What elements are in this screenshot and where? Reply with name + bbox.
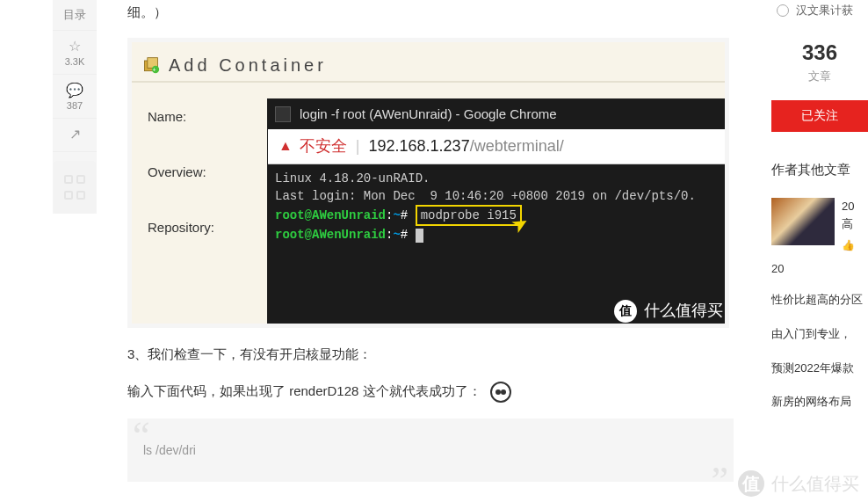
- article-count: 336: [771, 40, 868, 65]
- comments-count: 387: [53, 100, 97, 111]
- other-link-3[interactable]: 预测2022年爆款: [771, 360, 868, 378]
- insecure-text: 不安全: [300, 135, 347, 156]
- term-line-1: Linux 4.18.20-unRAID.: [275, 170, 727, 187]
- right-sidebar: 汉文果计获 336 文章 已关注 作者其他文章 20高 👍 20 性价比超高的分…: [771, 0, 868, 411]
- qr-code[interactable]: [54, 161, 96, 214]
- star-icon: ☆: [53, 38, 97, 55]
- like-icon: 👍: [842, 237, 855, 253]
- sidebar-likes[interactable]: ☆ 3.3K: [53, 31, 97, 75]
- address-path: /webterminal/: [470, 137, 564, 156]
- terminal-cursor: [416, 229, 423, 243]
- quote-close-icon: ”: [711, 458, 728, 503]
- article-main: 细。） + Add Container Name: Overview: Repo…: [127, 0, 734, 482]
- share-icon: ↗: [53, 126, 97, 142]
- page-watermark-text: 什么值得买: [771, 472, 859, 496]
- term-line-4: root@AWenUnraid:~#: [275, 226, 727, 244]
- page-watermark: 值 什么值得买: [738, 470, 859, 497]
- sidebar-toc[interactable]: 目录: [53, 0, 97, 31]
- embedded-screenshot: + Add Container Name: Overview: Reposito…: [127, 38, 729, 328]
- article-thumb: [771, 198, 835, 245]
- step3-text: 3、我们检查一下，有没有开启核显功能：: [127, 342, 734, 367]
- code-block: “ ls /dev/dri ”: [127, 418, 734, 482]
- other-article-1b[interactable]: 20: [771, 262, 868, 275]
- eyes-emoji-icon: [490, 382, 511, 403]
- quote-open-icon: “: [133, 413, 150, 458]
- address-bar[interactable]: ▲ 不安全 | 192.168.1.237/webterminal/: [268, 129, 729, 164]
- other-articles-header: 作者其他文章: [771, 162, 868, 184]
- comment-icon: 💬: [53, 82, 97, 98]
- code-text: ls /dev/dri: [143, 443, 196, 457]
- address-host: 192.168.1.237: [369, 137, 470, 156]
- other-link-4[interactable]: 新房的网络布局: [771, 393, 868, 411]
- term-line-3: root@AWenUnraid:~# modprobe i915: [275, 205, 727, 226]
- watermark-text: 什么值得买: [644, 300, 723, 323]
- insecure-icon: ▲: [278, 138, 293, 154]
- watermark-icon: 值: [614, 300, 637, 323]
- toc-label: 目录: [53, 7, 97, 23]
- article-count-label: 文章: [771, 69, 868, 84]
- screenshot-watermark: 值 什么值得买: [614, 300, 723, 323]
- add-container-title: Add Container: [169, 55, 327, 76]
- chrome-window: login -f root (AWenUnraid) - Google Chro…: [268, 99, 729, 328]
- other-link-1[interactable]: 性价比超高的分区: [771, 291, 868, 309]
- sidebar-comments[interactable]: 💬 387: [53, 75, 97, 119]
- author-stat-row: 汉文果计获: [771, 0, 868, 21]
- sidebar-share[interactable]: ↗: [53, 119, 97, 152]
- term-line-2: Last login: Mon Dec 9 10:46:20 +0800 201…: [275, 187, 727, 205]
- likes-count: 3.3K: [53, 56, 97, 67]
- svg-text:+: +: [152, 66, 158, 72]
- article-title: 20高 👍: [842, 198, 855, 253]
- step3b-text: 输入下面代码，如果出现了 renderD128 这个就代表成功了：: [127, 379, 734, 404]
- left-sidebar: 目录 ☆ 3.3K 💬 387 ↗: [53, 0, 97, 214]
- address-separator: |: [356, 137, 360, 156]
- page-watermark-icon: 值: [738, 470, 764, 497]
- stat-icon: [777, 4, 789, 17]
- other-link-2[interactable]: 由入门到专业，: [771, 325, 868, 344]
- intro-tail: 细。）: [127, 0, 734, 25]
- follow-button[interactable]: 已关注: [771, 100, 868, 132]
- chrome-titlebar: login -f root (AWenUnraid) - Google Chro…: [268, 99, 729, 129]
- stat-text: 汉文果计获: [796, 3, 853, 18]
- chrome-title-text: login -f root (AWenUnraid) - Google Chro…: [300, 106, 557, 121]
- container-icon: +: [142, 56, 160, 74]
- other-article-1[interactable]: 20高 👍: [771, 198, 868, 253]
- add-container-header: + Add Container: [132, 42, 725, 81]
- terminal-tab-icon: [275, 106, 291, 122]
- terminal[interactable]: Linux 4.18.20-unRAID. Last login: Mon De…: [268, 164, 729, 328]
